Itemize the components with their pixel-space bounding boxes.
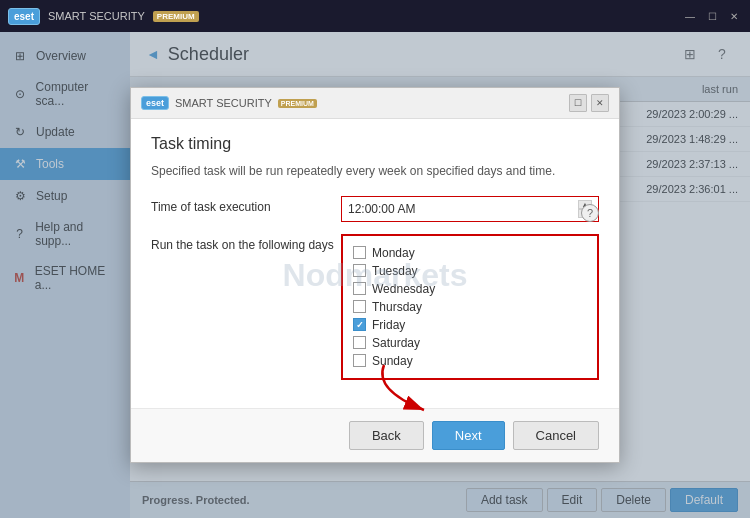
modal-premium-badge: PREMIUM [278, 99, 317, 108]
minimize-button[interactable]: — [682, 8, 698, 24]
tuesday-label: Tuesday [372, 264, 418, 278]
title-bar: eset SMART SECURITY PREMIUM — ☐ ✕ [0, 0, 750, 32]
saturday-label: Saturday [372, 336, 420, 350]
app-name-label: SMART SECURITY [48, 10, 145, 22]
friday-label: Friday [372, 318, 405, 332]
day-row-saturday: Saturday [353, 334, 587, 352]
modal-footer: Back Next Cancel [131, 408, 619, 462]
saturday-checkbox[interactable] [353, 336, 366, 349]
window-controls: — ☐ ✕ [682, 8, 742, 24]
context-help-button[interactable]: ? [581, 204, 599, 222]
monday-checkbox[interactable] [353, 246, 366, 259]
premium-badge: PREMIUM [153, 11, 199, 22]
days-control: Monday Tuesday Wednesday [341, 234, 599, 380]
time-input[interactable] [348, 202, 574, 216]
day-row-thursday: Thursday [353, 298, 587, 316]
modal-heading: Task timing [151, 135, 599, 153]
days-label: Run the task on the following days [151, 234, 341, 252]
time-input-wrapper: ▲ ▼ [341, 196, 599, 222]
next-button[interactable]: Next [432, 421, 505, 450]
modal-description: Specified task will be run repeatedly ev… [151, 163, 599, 180]
wednesday-label: Wednesday [372, 282, 435, 296]
modal-eset-logo: eset [141, 96, 169, 110]
modal-overlay: Nodmarkets eset SMART SECURITY PREMIUM ☐… [0, 32, 750, 518]
cancel-button[interactable]: Cancel [513, 421, 599, 450]
day-row-tuesday: Tuesday [353, 262, 587, 280]
time-label: Time of task execution [151, 196, 341, 214]
thursday-label: Thursday [372, 300, 422, 314]
monday-label: Monday [372, 246, 415, 260]
modal-maximize-button[interactable]: ☐ [569, 94, 587, 112]
sunday-label: Sunday [372, 354, 413, 368]
friday-checkbox[interactable] [353, 318, 366, 331]
day-row-monday: Monday [353, 244, 587, 262]
days-container: Monday Tuesday Wednesday [341, 234, 599, 380]
day-row-friday: Friday [353, 316, 587, 334]
wednesday-checkbox[interactable] [353, 282, 366, 295]
tuesday-checkbox[interactable] [353, 264, 366, 277]
time-form-row: Time of task execution ▲ ▼ [151, 196, 599, 222]
title-bar-left: eset SMART SECURITY PREMIUM [8, 8, 199, 25]
thursday-checkbox[interactable] [353, 300, 366, 313]
days-form-row: Run the task on the following days Monda… [151, 234, 599, 380]
sunday-checkbox[interactable] [353, 354, 366, 367]
modal-body: Task timing Specified task will be run r… [131, 119, 619, 408]
modal-title-bar: eset SMART SECURITY PREMIUM ☐ ✕ [131, 88, 619, 119]
close-button[interactable]: ✕ [726, 8, 742, 24]
day-row-sunday: Sunday [353, 352, 587, 370]
day-row-wednesday: Wednesday [353, 280, 587, 298]
task-timing-dialog: eset SMART SECURITY PREMIUM ☐ ✕ Task tim… [130, 87, 620, 463]
maximize-button[interactable]: ☐ [704, 8, 720, 24]
back-button[interactable]: Back [349, 421, 424, 450]
eset-logo: eset [8, 8, 40, 25]
modal-title-left: eset SMART SECURITY PREMIUM [141, 96, 317, 110]
modal-window-controls: ☐ ✕ [569, 94, 609, 112]
modal-close-button[interactable]: ✕ [591, 94, 609, 112]
app-window: eset SMART SECURITY PREMIUM — ☐ ✕ ⊞ Over… [0, 0, 750, 518]
time-control: ▲ ▼ [341, 196, 599, 222]
modal-app-name: SMART SECURITY [175, 97, 272, 109]
